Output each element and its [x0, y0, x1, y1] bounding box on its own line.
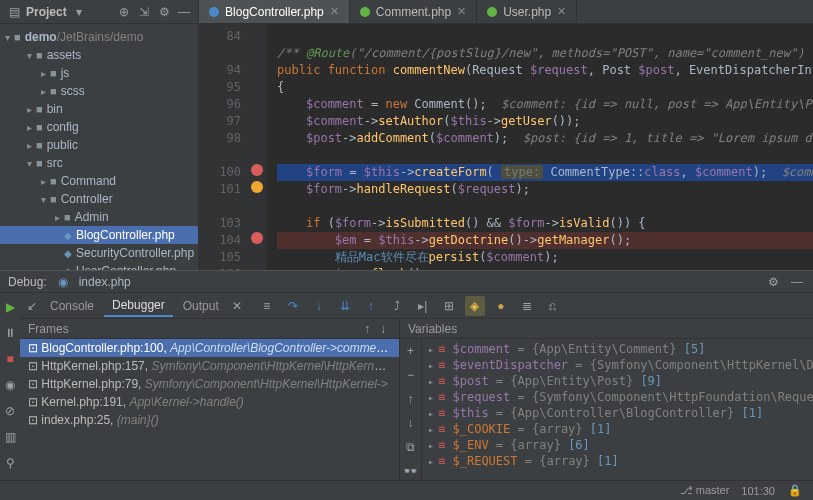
frame-list[interactable]: ⊡ BlogController.php:100, App\Controller… — [20, 339, 399, 480]
breakpoint-icon[interactable] — [251, 232, 263, 244]
copy-icon[interactable]: ⧉ — [403, 439, 419, 455]
line-gutter: 84 9495969798 100101 103104105106 — [199, 24, 249, 270]
breakpoint-icon[interactable] — [251, 164, 263, 176]
php-icon: ◉ — [55, 274, 71, 290]
debug-title: Debug: — [8, 275, 47, 289]
variable-list[interactable]: ▸≡ $comment = {App\Entity\Comment} [5]▸≡… — [422, 339, 813, 480]
list-icon[interactable]: ≣ — [517, 296, 537, 316]
project-title: Project — [26, 5, 67, 19]
stack-frame[interactable]: ⊡ HttpKernel.php:157, Symfony\Component\… — [20, 357, 399, 375]
variables-toolbar: + − ↑ ↓ ⧉ 👓 — [400, 339, 422, 480]
step-over-button[interactable]: ↷ — [283, 296, 303, 316]
settings-button[interactable]: ▥ — [0, 427, 20, 447]
debug-rail: ▶ ⏸ ■ ◉ ⊘ ▥ ⚲ — [0, 293, 20, 480]
file-type-icon — [360, 7, 370, 17]
variable-row[interactable]: ▸≡ $post = {App\Entity\Post} [9] — [422, 373, 813, 389]
step-out-button[interactable]: ↑ — [361, 296, 381, 316]
variable-row[interactable]: ▸≡ $_COOKIE = {array} [1] — [422, 421, 813, 437]
hide-icon[interactable]: — — [176, 4, 192, 20]
run-to-cursor-button[interactable]: ▸| — [413, 296, 433, 316]
glasses-icon[interactable]: 👓 — [403, 463, 419, 479]
cursor-position: 101:30 — [741, 485, 775, 497]
root-label: demo — [25, 30, 57, 44]
tree-folder[interactable]: ▸■config — [0, 118, 198, 136]
tree-folder[interactable]: ▸■scss — [0, 82, 198, 100]
restore-layout-icon[interactable]: ↙ — [24, 298, 40, 314]
next-frame-icon[interactable]: ↓ — [375, 321, 391, 337]
editor-tab[interactable]: Comment.php✕ — [350, 0, 477, 23]
variables-pane: Variables + − ↑ ↓ ⧉ 👓 ▸≡ $comment — [400, 319, 813, 480]
close-icon[interactable]: ✕ — [557, 5, 566, 18]
gear-icon[interactable]: ⚙ — [156, 4, 172, 20]
code-area[interactable]: 84 9495969798 100101 103104105106 /** @R… — [199, 24, 813, 270]
show-execution-point-button[interactable]: ≡ — [257, 296, 277, 316]
project-icon: ▤ — [6, 4, 22, 20]
profile-button[interactable]: ● — [491, 296, 511, 316]
debug-header: Debug: ◉ index.php ⚙ — — [0, 271, 813, 293]
debug-tabs: ↙ Console Debugger Output ✕ ≡ ↷ ↓ ⇊ ↑ ⤴ … — [20, 293, 813, 319]
tree-root[interactable]: ▾■ demo /JetBrains/demo — [0, 28, 198, 46]
variable-row[interactable]: ▸≡ $_ENV = {array} [6] — [422, 437, 813, 453]
close-icon[interactable]: ✕ — [457, 5, 466, 18]
gear-icon[interactable]: ⚙ — [765, 274, 781, 290]
gutter-marks — [249, 24, 267, 270]
tree-folder[interactable]: ▸■js — [0, 64, 198, 82]
hide-icon[interactable]: — — [789, 274, 805, 290]
tree-folder[interactable]: ▾■Controller — [0, 190, 198, 208]
pause-button[interactable]: ⏸ — [0, 323, 20, 343]
lock-icon[interactable]: 🔒 — [787, 483, 803, 499]
variable-row[interactable]: ▸≡ $eventDispatcher = {Symfony\Component… — [422, 357, 813, 373]
view-breakpoints-button[interactable]: ◉ — [0, 375, 20, 395]
stack-frame[interactable]: ⊡ index.php:25, {main}() — [20, 411, 399, 429]
debug-session: index.php — [79, 275, 131, 289]
up-icon[interactable]: ↑ — [403, 391, 419, 407]
tree-folder[interactable]: ▸■bin — [0, 100, 198, 118]
intention-bulb-icon[interactable] — [251, 181, 263, 193]
tree-folder[interactable]: ▾■assets — [0, 46, 198, 64]
variable-row[interactable]: ▸≡ $this = {App\Controller\BlogControlle… — [422, 405, 813, 421]
tree-folder[interactable]: ▸■public — [0, 136, 198, 154]
variable-row[interactable]: ▸≡ $_REQUEST = {array} [1] — [422, 453, 813, 469]
tab-output[interactable]: Output — [175, 296, 227, 316]
variable-row[interactable]: ▸≡ $request = {Symfony\Component\HttpFou… — [422, 389, 813, 405]
remove-watch-icon[interactable]: − — [403, 367, 419, 383]
code-content[interactable]: /** @Route("/comment/{postSlug}/new", me… — [267, 24, 813, 270]
add-watch-icon[interactable]: + — [403, 343, 419, 359]
down-icon[interactable]: ↓ — [403, 415, 419, 431]
resume-button[interactable]: ▶ — [0, 297, 20, 317]
tree-file[interactable]: ◆UserController.php — [0, 262, 198, 270]
evaluate-button[interactable]: ⊞ — [439, 296, 459, 316]
target-icon[interactable]: ⊕ — [116, 4, 132, 20]
step-into-button[interactable]: ↓ — [309, 296, 329, 316]
stack-frame[interactable]: ⊡ Kernel.php:191, App\Kernel->handle() — [20, 393, 399, 411]
editor-tab[interactable]: BlogController.php✕ — [199, 0, 350, 23]
thread-dump-button[interactable]: ⎌ — [543, 296, 563, 316]
trace-button[interactable]: ◈ — [465, 296, 485, 316]
editor-area: BlogController.php✕Comment.php✕User.php✕… — [199, 0, 813, 270]
mute-breakpoints-button[interactable]: ⊘ — [0, 401, 20, 421]
chevron-down-icon[interactable]: ▾ — [71, 4, 87, 20]
close-icon[interactable]: ✕ — [330, 5, 339, 18]
tree-folder[interactable]: ▾■src — [0, 154, 198, 172]
drop-frame-button[interactable]: ⤴ — [387, 296, 407, 316]
tab-console[interactable]: Console — [42, 296, 102, 316]
tree-folder[interactable]: ▸■Command — [0, 172, 198, 190]
tree-file[interactable]: ◆BlogController.php — [0, 226, 198, 244]
stop-button[interactable]: ■ — [0, 349, 20, 369]
force-step-into-button[interactable]: ⇊ — [335, 296, 355, 316]
git-branch[interactable]: ⎇ master — [680, 484, 730, 497]
prev-frame-icon[interactable]: ↑ — [359, 321, 375, 337]
editor-tab[interactable]: User.php✕ — [477, 0, 577, 23]
tree-folder[interactable]: ▸■Admin — [0, 208, 198, 226]
pin-button[interactable]: ⚲ — [0, 453, 20, 473]
stack-frame[interactable]: ⊡ HttpKernel.php:79, Symfony\Component\H… — [20, 375, 399, 393]
variable-row[interactable]: ▸≡ $comment = {App\Entity\Comment} [5] — [422, 341, 813, 357]
close-icon[interactable]: ✕ — [229, 298, 245, 314]
file-type-icon — [209, 7, 219, 17]
stack-frame[interactable]: ⊡ BlogController.php:100, App\Controller… — [20, 339, 399, 357]
tab-debugger[interactable]: Debugger — [104, 295, 173, 317]
project-header: ▤ Project ▾ ⊕ ⇲ ⚙ — — [0, 0, 198, 24]
collapse-icon[interactable]: ⇲ — [136, 4, 152, 20]
tree-file[interactable]: ◆SecurityController.php — [0, 244, 198, 262]
project-tree[interactable]: ▾■ demo /JetBrains/demo ▾■assets▸■js▸■sc… — [0, 24, 198, 270]
